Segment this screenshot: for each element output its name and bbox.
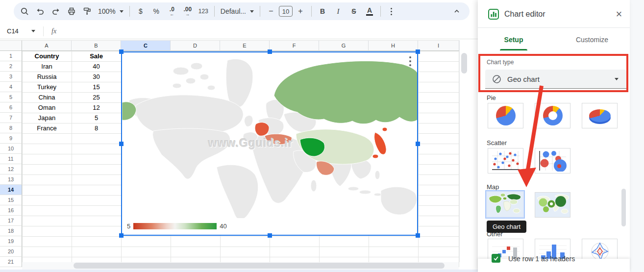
cell-a5[interactable]: China: [22, 92, 72, 102]
row-header[interactable]: 5: [0, 92, 22, 102]
name-box[interactable]: C14: [0, 27, 39, 35]
chart-handle-nw[interactable]: [119, 49, 124, 54]
cell-a8[interactable]: France: [22, 123, 72, 133]
search-icon[interactable]: [18, 4, 31, 18]
column-header-f[interactable]: F: [270, 40, 319, 51]
format-currency-button[interactable]: $: [134, 4, 148, 18]
legend-max-value: 40: [220, 223, 226, 230]
collapse-toolbar-icon[interactable]: [450, 4, 464, 18]
cell-b7[interactable]: 5: [72, 113, 121, 123]
zoom-dropdown[interactable]: 100%: [95, 7, 126, 15]
row-header[interactable]: 19: [0, 236, 22, 247]
row-header[interactable]: 7: [0, 113, 22, 123]
column-header-b[interactable]: B: [72, 40, 121, 51]
chart-menu-icon[interactable]: [409, 56, 411, 66]
paint-format-icon[interactable]: [80, 4, 94, 18]
chart-thumb-geo-selected[interactable]: [485, 190, 525, 219]
column-header-a[interactable]: A: [22, 40, 72, 51]
undo-icon[interactable]: [33, 4, 47, 18]
cell-a2[interactable]: Iran: [22, 61, 72, 72]
italic-button[interactable]: I: [331, 4, 345, 18]
cell-b5[interactable]: 25: [72, 92, 121, 102]
row-header[interactable]: 10: [0, 144, 22, 154]
vertical-scrollbar-thumb[interactable]: [461, 53, 467, 74]
chart-handle-w[interactable]: [119, 142, 124, 146]
font-size-input[interactable]: 10: [279, 6, 293, 17]
cell-b2[interactable]: 40: [72, 61, 121, 72]
cell-a7[interactable]: Japan: [22, 113, 72, 123]
toolbar-divider: [380, 6, 381, 17]
column-header-e[interactable]: E: [220, 40, 270, 51]
cell-a4[interactable]: Turkey: [22, 82, 72, 92]
chart-handle-n[interactable]: [268, 49, 272, 54]
chart-thumb-geo-markers[interactable]: [535, 192, 570, 218]
embedded-geo-chart[interactable]: www.Gguids.ir 5 40: [121, 51, 418, 236]
chart-handle-s[interactable]: [268, 233, 272, 238]
chart-thumb-radar[interactable]: [582, 239, 618, 259]
text-color-bar: [366, 14, 373, 16]
checkmark-icon: [493, 255, 499, 261]
column-header-i[interactable]: I: [418, 40, 459, 51]
panel-scrollbar-thumb[interactable]: [621, 189, 626, 226]
row-header[interactable]: 2: [0, 61, 22, 72]
text-color-button[interactable]: A: [363, 4, 376, 18]
cell-a1[interactable]: Country: [22, 51, 72, 61]
decrease-font-size-button[interactable]: −: [264, 4, 278, 18]
chart-thumb-3d-pie[interactable]: [582, 103, 618, 128]
increase-font-size-button[interactable]: +: [294, 4, 307, 18]
more-formats-button[interactable]: 123: [197, 4, 210, 18]
row-header[interactable]: 17: [0, 216, 22, 226]
row-header[interactable]: 6: [0, 102, 22, 113]
decrease-decimal-button[interactable]: .0←: [165, 4, 179, 18]
row-header[interactable]: 21: [0, 257, 22, 267]
chevron-down-icon: [250, 10, 254, 13]
format-percent-button[interactable]: %: [149, 4, 163, 18]
select-all-corner[interactable]: [0, 40, 22, 51]
font-dropdown[interactable]: Defaul...: [218, 7, 257, 15]
annotation-arrow: [505, 83, 559, 191]
row-header[interactable]: 20: [0, 247, 22, 257]
bold-button[interactable]: B: [316, 4, 329, 18]
row-header[interactable]: 4: [0, 82, 22, 92]
more-options-icon[interactable]: [385, 4, 398, 18]
increase-decimal-button[interactable]: .00→: [181, 4, 195, 18]
row-header[interactable]: 11: [0, 154, 22, 164]
strikethrough-button[interactable]: S: [347, 4, 361, 18]
column-header-c[interactable]: C: [121, 40, 171, 51]
tab-setup[interactable]: Setup: [500, 28, 527, 50]
cell-b6[interactable]: 12: [72, 102, 121, 113]
column-header-g[interactable]: G: [319, 40, 369, 51]
row-header[interactable]: 12: [0, 164, 22, 174]
row-headers: 1 2 3 4 5 6 7 8 9 10 11 12 13 14 15 16 1…: [0, 51, 22, 267]
row-header-selected[interactable]: 14: [0, 185, 22, 195]
chart-handle-se[interactable]: [416, 233, 420, 238]
use-row1-checkbox[interactable]: [492, 254, 500, 263]
tab-customize[interactable]: Customize: [573, 28, 611, 50]
column-header-h[interactable]: H: [369, 40, 418, 51]
print-icon[interactable]: [65, 4, 78, 18]
row-header[interactable]: 16: [0, 205, 22, 216]
toolbar-divider: [260, 6, 260, 17]
watermark: www.Gguids.ir: [208, 137, 293, 150]
row-header[interactable]: 9: [0, 133, 22, 144]
cell-b8[interactable]: 8: [72, 123, 121, 133]
cell-b3[interactable]: 30: [72, 72, 121, 82]
redo-icon[interactable]: [49, 4, 63, 18]
cell-b1[interactable]: Sale: [72, 51, 121, 61]
cell-a3[interactable]: Russia: [22, 72, 72, 82]
row-header[interactable]: 18: [0, 226, 22, 236]
row-header[interactable]: 13: [0, 174, 22, 185]
column-header-d[interactable]: D: [171, 40, 220, 51]
cell-a6[interactable]: Oman: [22, 102, 72, 113]
close-icon[interactable]: ×: [612, 7, 626, 21]
row-header[interactable]: 15: [0, 195, 22, 205]
formula-input[interactable]: [56, 24, 478, 39]
horizontal-scrollbar-thumb[interactable]: [74, 263, 445, 269]
chart-handle-sw[interactable]: [119, 233, 124, 238]
cell-b4[interactable]: 15: [72, 82, 121, 92]
chart-handle-e[interactable]: [416, 142, 420, 146]
chart-handle-ne[interactable]: [416, 49, 420, 54]
row-header[interactable]: 1: [0, 51, 22, 61]
row-header[interactable]: 3: [0, 72, 22, 82]
row-header[interactable]: 8: [0, 123, 22, 133]
